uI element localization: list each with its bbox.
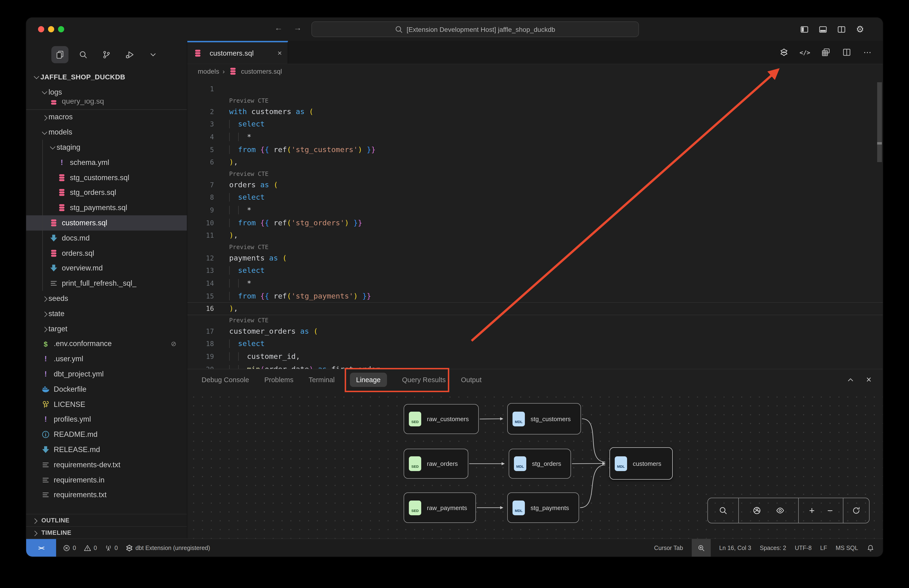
tree-item--user-yml[interactable]: !.user.yml: [26, 352, 187, 367]
tree-item-docs-md[interactable]: docs.md: [26, 231, 187, 246]
tree-item-query-log-sq[interactable]: query_log.sq: [26, 100, 187, 110]
tree-item-requirements-dev-txt[interactable]: requirements-dev.txt: [26, 457, 187, 472]
code-line-9[interactable]: 9 *: [187, 204, 883, 216]
tree-item-customers-sql[interactable]: customers.sql: [26, 215, 187, 231]
tree-item-staging[interactable]: staging: [26, 140, 187, 155]
code-icon[interactable]: </>: [800, 47, 810, 57]
tree-item-release-md[interactable]: RELEASE.md: [26, 442, 187, 457]
code-line-14[interactable]: 14 *: [187, 277, 883, 289]
plus-icon[interactable]: +: [807, 505, 817, 516]
code-line-10[interactable]: 10 from {{ ref('stg_orders') }}: [187, 216, 883, 229]
codelens-preview-cte[interactable]: Preview CTE: [187, 95, 883, 105]
refresh-icon[interactable]: [851, 505, 861, 516]
table-copy-icon[interactable]: [821, 47, 831, 57]
layout-split-icon[interactable]: [837, 24, 846, 34]
breadcrumb-file[interactable]: customers.sql: [241, 68, 282, 75]
code-line-5[interactable]: 5 from {{ ref('stg_customers') }}: [187, 143, 883, 156]
traffic-zoom-button[interactable]: [58, 26, 64, 32]
layout-panel-icon[interactable]: [818, 24, 828, 34]
outline-section[interactable]: OUTLINE: [26, 514, 187, 526]
lineage-node-stg_customers[interactable]: MDLstg_customers: [507, 403, 581, 435]
status-zoomin[interactable]: [691, 539, 710, 557]
codelens-preview-cte[interactable]: Preview CTE: [187, 168, 883, 178]
traffic-minimize-button[interactable]: [48, 26, 54, 32]
tree-item-state[interactable]: state: [26, 306, 187, 321]
tree-item-dbt-project-yml[interactable]: !dbt_project.yml: [26, 367, 187, 382]
tree-item-macros[interactable]: macros: [26, 110, 187, 125]
panel-close-icon[interactable]: ×: [866, 374, 872, 385]
dbt-icon[interactable]: [779, 47, 789, 57]
status-bell[interactable]: [867, 544, 874, 552]
status-0[interactable]: 0: [105, 544, 118, 552]
activity-source-control-button[interactable]: [98, 46, 115, 63]
code-line-8[interactable]: 8 select: [187, 191, 883, 204]
aperture-icon[interactable]: [752, 505, 762, 516]
tree-item-orders-sql[interactable]: orders.sql: [26, 246, 187, 261]
tb-search-icon[interactable]: [718, 505, 728, 516]
activity-search-button[interactable]: [75, 46, 92, 63]
tree-item-requirements-in[interactable]: requirements.in: [26, 472, 187, 488]
status-0[interactable]: 0: [63, 544, 76, 552]
status-cursor-tab[interactable]: Cursor Tab: [654, 544, 683, 551]
status-spaces-2[interactable]: Spaces: 2: [760, 544, 786, 551]
code-line-4[interactable]: 4 *: [187, 131, 883, 143]
tree-item-logs[interactable]: logs: [26, 85, 187, 100]
tree-item-print-full-refresh-sql-[interactable]: print_full_refresh._sql_: [26, 276, 187, 291]
panel-tab-output[interactable]: Output: [461, 376, 481, 383]
status-dbt-extension-unregistered-[interactable]: dbt Extension (unregistered): [126, 544, 210, 552]
tab-customers-sql[interactable]: customers.sql ×: [187, 41, 288, 64]
remote-indicator[interactable]: ><: [26, 539, 56, 557]
code-line-19[interactable]: 19 customer_id,: [187, 350, 883, 363]
tree-item-readme-md[interactable]: README.md: [26, 427, 187, 442]
code-line-1[interactable]: 1: [187, 83, 883, 95]
tree-item-seeds[interactable]: seeds: [26, 291, 187, 306]
panel-tab-lineage[interactable]: Lineage: [350, 372, 387, 387]
tree-item-models[interactable]: models: [26, 125, 187, 140]
split-editor-icon[interactable]: [842, 47, 851, 57]
activity-chevron-down-button[interactable]: [145, 46, 161, 63]
tree-item-requirements-txt[interactable]: requirements.txt: [26, 488, 187, 503]
tree-item-schema-yml[interactable]: !schema.yml: [26, 155, 187, 170]
status-0[interactable]: 0: [84, 544, 97, 552]
lineage-node-raw_orders[interactable]: SEDraw_orders: [404, 449, 468, 479]
history-forward-button[interactable]: →: [291, 23, 304, 33]
settings-gear-icon[interactable]: ⚙: [855, 24, 865, 34]
tree-item-overview-md[interactable]: overview.md: [26, 261, 187, 276]
status-lf[interactable]: LF: [820, 544, 827, 551]
code-line-12[interactable]: 12payments as (: [187, 252, 883, 264]
codelens-preview-cte[interactable]: Preview CTE: [187, 315, 883, 325]
activity-run-debug-button[interactable]: [121, 46, 138, 63]
lineage-node-stg_payments[interactable]: MDLstg_payments: [507, 493, 579, 523]
project-root-row[interactable]: JAFFLE_SHOP_DUCKDB: [26, 69, 187, 85]
code-line-2[interactable]: 2with customers as (: [187, 105, 883, 118]
code-line-6[interactable]: 6),: [187, 156, 883, 168]
panel-tab-problems[interactable]: Problems: [264, 376, 294, 383]
lineage-node-raw_payments[interactable]: SEDraw_payments: [404, 493, 476, 523]
code-line-18[interactable]: 18 select: [187, 338, 883, 350]
status-ln-16-col-3[interactable]: Ln 16, Col 3: [719, 544, 751, 551]
activity-explorer-files-button[interactable]: [51, 46, 68, 63]
code-line-13[interactable]: 13 select: [187, 264, 883, 277]
timeline-section[interactable]: TIMELINE: [26, 526, 187, 539]
code-line-15[interactable]: 15 from {{ ref('stg_payments') }}: [187, 290, 883, 302]
tree-item-stg-orders-sql[interactable]: stg_orders.sql: [26, 185, 187, 200]
minus-icon[interactable]: −: [825, 505, 835, 516]
tree-item-target[interactable]: target: [26, 321, 187, 336]
tree-item-dockerfile[interactable]: Dockerfile: [26, 382, 187, 397]
more-icon[interactable]: ⋯: [863, 47, 872, 57]
lineage-canvas[interactable]: SEDraw_customersMDLstg_customersSEDraw_o…: [187, 390, 883, 539]
tree-item--env-conformance[interactable]: $.env.conformance⊘: [26, 336, 187, 352]
status-ms-sql[interactable]: MS SQL: [836, 544, 858, 551]
breadcrumb-folder[interactable]: models: [198, 68, 219, 75]
panel-maximize-icon[interactable]: [846, 375, 855, 384]
code-line-16[interactable]: 16),: [187, 302, 883, 315]
code-line-3[interactable]: 3 select: [187, 118, 883, 131]
history-back-button[interactable]: ←: [273, 23, 285, 33]
tree-item-profiles-yml[interactable]: !profiles.yml: [26, 412, 187, 427]
tree-item-stg-customers-sql[interactable]: stg_customers.sql: [26, 170, 187, 186]
lineage-node-customers[interactable]: MDLcustomers: [609, 447, 673, 480]
lineage-node-stg_orders[interactable]: MDLstg_orders: [509, 449, 571, 479]
tree-item-stg-payments-sql[interactable]: stg_payments.sql: [26, 200, 187, 216]
eye-icon[interactable]: [775, 505, 785, 516]
code-line-20[interactable]: 20 min(order_date) as first_order,: [187, 363, 883, 369]
